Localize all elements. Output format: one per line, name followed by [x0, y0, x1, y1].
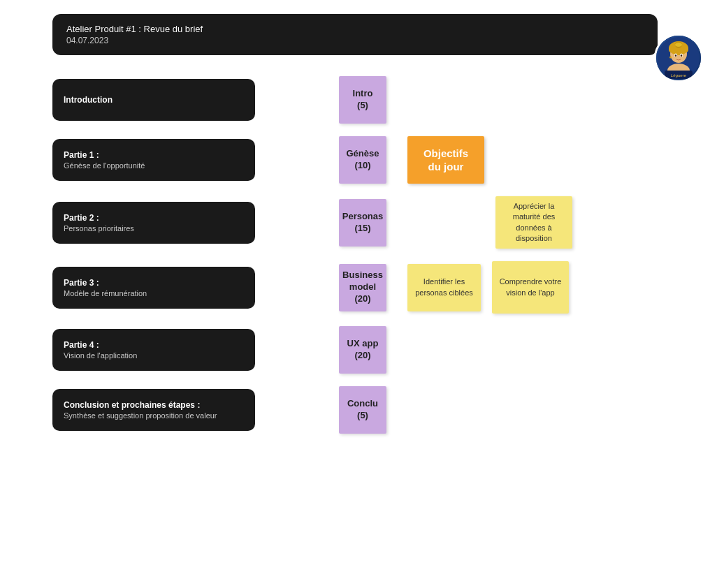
- label-conclusion-subtitle: Synthèse et suggestion proposition de va…: [64, 411, 244, 420]
- header-text: Atelier Produit #1 : Revue du brief 04.0…: [66, 24, 203, 45]
- svg-point-8: [675, 54, 676, 57]
- sticky-partie2: Personas(15): [339, 199, 386, 247]
- sticky-partie4: UX app(20): [339, 326, 386, 374]
- label-intro-title: Introduction: [64, 95, 244, 105]
- workshop-title: Revue du brief: [144, 24, 203, 34]
- right-notes-partie3: Identifier les personas ciblées Comprend…: [407, 261, 569, 314]
- agenda-row-intro: Introduction Intro(5): [52, 76, 658, 124]
- label-partie2: Partie 2 : Personas prioritaires: [52, 202, 255, 244]
- agenda-row-partie1: Partie 1 : Génèse de l'opportunité Génès…: [52, 136, 658, 184]
- sticky-partie1: Génèse(10): [339, 136, 386, 184]
- label-partie4-subtitle: Vision de l'application: [64, 351, 244, 360]
- sticky-personas-ciblees: Identifier les personas ciblées: [407, 264, 481, 311]
- label-partie2-subtitle: Personas prioritaires: [64, 224, 244, 233]
- label-partie3: Partie 3 : Modèle de rémunération: [52, 267, 255, 309]
- label-conclusion: Conclusion et prochaines étapes : Synthè…: [52, 389, 255, 431]
- header-title: Atelier Produit #1 : Revue du brief: [66, 24, 203, 34]
- sticky-vision-app: Comprendre votre vision de l'app: [492, 261, 569, 314]
- label-conclusion-title: Conclusion et prochaines étapes :: [64, 400, 244, 410]
- sticky-objectifs: Objectifsdu jour: [407, 136, 484, 184]
- sticky-maturite: Apprécier la maturité des données à disp…: [495, 196, 572, 249]
- agenda-row-partie4: Partie 4 : Vision de l'application UX ap…: [52, 326, 658, 374]
- label-partie1-subtitle: Génèse de l'opportunité: [64, 161, 244, 170]
- label-intro: Introduction: [52, 79, 255, 121]
- agenda-row-partie2: Partie 2 : Personas prioritaires Persona…: [52, 196, 658, 249]
- label-partie4: Partie 4 : Vision de l'application: [52, 329, 255, 371]
- main-content: Introduction Intro(5) Partie 1 : Génèse …: [0, 69, 710, 453]
- label-partie4-title: Partie 4 :: [64, 340, 244, 350]
- right-notes-partie1: Objectifsdu jour: [407, 136, 484, 184]
- svg-point-5: [675, 43, 682, 47]
- header-bar: Atelier Produit #1 : Revue du brief 04.0…: [52, 14, 658, 55]
- label-partie3-title: Partie 3 :: [64, 278, 244, 288]
- sticky-intro: Intro(5): [339, 76, 386, 124]
- svg-point-10: [669, 57, 672, 59]
- label-partie1-title: Partie 1 :: [64, 150, 244, 160]
- sticky-conclusion: Conclu(5): [339, 386, 386, 434]
- agenda-row-conclusion: Conclusion et prochaines étapes : Synthè…: [52, 386, 658, 434]
- workshop-label: Atelier Produit #1 :: [66, 24, 144, 34]
- header-date: 04.07.2023: [66, 36, 203, 45]
- sticky-partie3: Businessmodel(20): [339, 264, 386, 311]
- label-partie1: Partie 1 : Génèse de l'opportunité: [52, 139, 255, 181]
- label-partie2-title: Partie 2 :: [64, 213, 244, 223]
- label-partie3-subtitle: Modèle de rémunération: [64, 289, 244, 297]
- agenda-row-partie3: Partie 3 : Modèle de rémunération Busine…: [52, 261, 658, 314]
- svg-point-9: [681, 54, 682, 57]
- right-notes-partie2: Apprécier la maturité des données à disp…: [407, 196, 572, 249]
